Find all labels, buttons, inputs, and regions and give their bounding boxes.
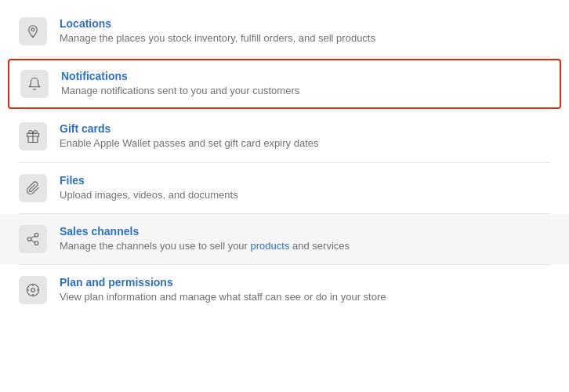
notifications-icon-wrapper <box>20 70 49 98</box>
gift-icon <box>26 129 40 143</box>
svg-point-0 <box>31 28 34 31</box>
files-text: Files Upload images, videos, and documen… <box>60 174 238 202</box>
gift-cards-title: Gift cards <box>60 122 318 135</box>
locations-title: Locations <box>60 17 375 30</box>
sales-channels-icon-wrapper <box>19 225 47 253</box>
share-icon <box>26 232 40 246</box>
notifications-title: Notifications <box>61 70 299 82</box>
files-icon-wrapper <box>19 174 47 202</box>
locations-desc: Manage the places you stock inventory, f… <box>60 31 375 45</box>
svg-point-3 <box>34 233 38 237</box>
settings-item-sales-channels[interactable]: Sales channels Manage the channels you u… <box>0 214 569 264</box>
settings-item-plan-permissions[interactable]: Plan and permissions View plan informati… <box>0 265 569 315</box>
svg-point-9 <box>31 289 35 292</box>
location-icon <box>26 24 40 38</box>
plan-permissions-icon-wrapper <box>19 276 47 304</box>
settings-item-locations[interactable]: Locations Manage the places you stock in… <box>0 6 569 56</box>
locations-icon-wrapper <box>19 17 47 45</box>
plan-permissions-text: Plan and permissions View plan informati… <box>60 276 386 304</box>
plan-permissions-desc: View plan information and manage what st… <box>60 290 386 304</box>
sales-channels-desc: Manage the channels you use to sell your… <box>60 239 350 253</box>
settings-item-gift-cards[interactable]: Gift cards Enable Apple Wallet passes an… <box>0 111 569 162</box>
svg-line-6 <box>31 240 34 242</box>
sales-channels-title: Sales channels <box>60 225 350 238</box>
gift-cards-text: Gift cards Enable Apple Wallet passes an… <box>60 122 318 151</box>
bell-icon <box>27 77 42 91</box>
svg-line-7 <box>31 236 34 238</box>
notifications-text: Notifications Manage notifications sent … <box>61 70 299 98</box>
svg-point-5 <box>34 241 38 245</box>
locations-text: Locations Manage the places you stock in… <box>60 17 375 45</box>
files-title: Files <box>60 174 238 187</box>
settings-list: Locations Manage the places you stock in… <box>0 0 569 321</box>
settings-item-files[interactable]: Files Upload images, videos, and documen… <box>0 163 569 213</box>
paperclip-icon <box>26 181 40 195</box>
settings-item-notifications[interactable]: Notifications Manage notifications sent … <box>8 59 561 109</box>
files-desc: Upload images, videos, and documents <box>60 188 238 202</box>
plan-permissions-title: Plan and permissions <box>60 276 386 289</box>
svg-point-4 <box>27 238 31 241</box>
divider-1 <box>19 56 550 57</box>
gift-cards-desc: Enable Apple Wallet passes and set gift … <box>60 136 318 151</box>
gift-cards-icon-wrapper <box>19 122 47 151</box>
products-link[interactable]: products <box>251 240 290 252</box>
settings-circle-icon <box>26 283 40 297</box>
notifications-desc: Manage notifications sent to you and you… <box>61 84 299 98</box>
sales-channels-text: Sales channels Manage the channels you u… <box>60 225 350 253</box>
